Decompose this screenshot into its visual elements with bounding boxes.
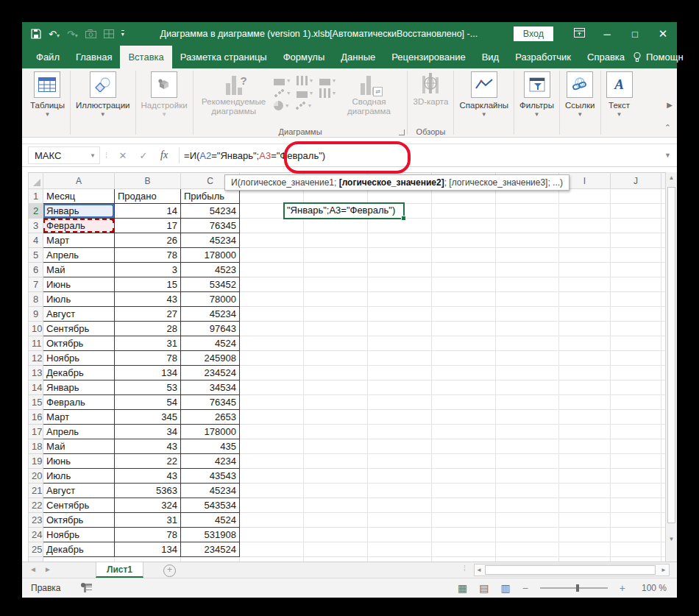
undo-icon[interactable]: ↶▾ <box>49 29 60 39</box>
zoom-slider[interactable] <box>540 587 608 589</box>
cell[interactable] <box>240 380 304 395</box>
cell[interactable] <box>368 513 432 528</box>
cell[interactable] <box>611 263 661 277</box>
row-header-8[interactable]: 8 <box>29 292 43 307</box>
cell[interactable]: Май <box>43 263 115 277</box>
cell[interactable]: 76345 <box>181 395 240 410</box>
cell[interactable]: Декабрь <box>43 366 115 380</box>
cell[interactable] <box>432 366 496 380</box>
cell[interactable] <box>368 528 432 542</box>
cell[interactable] <box>496 528 559 542</box>
cell[interactable] <box>368 233 432 248</box>
cell[interactable] <box>496 307 559 322</box>
row-header-21[interactable]: 21 <box>29 484 43 498</box>
cell[interactable] <box>432 292 496 307</box>
cell[interactable] <box>368 248 432 263</box>
cell[interactable] <box>496 366 559 380</box>
cell[interactable]: 22 <box>115 454 181 469</box>
cell[interactable] <box>611 484 661 498</box>
cell[interactable] <box>304 277 368 292</box>
cell[interactable] <box>559 336 611 351</box>
cell[interactable] <box>496 513 559 528</box>
cell[interactable] <box>368 336 432 351</box>
page-layout-view-icon[interactable]: ▤ <box>479 583 489 593</box>
cell[interactable]: 15 <box>115 277 181 292</box>
cell[interactable] <box>496 248 559 263</box>
cell[interactable]: 31 <box>115 336 181 351</box>
cell[interactable] <box>432 351 496 366</box>
zoom-out-icon[interactable]: − <box>522 582 528 594</box>
row-header-22[interactable]: 22 <box>29 498 43 513</box>
row-header-23[interactable]: 23 <box>29 513 43 528</box>
cell[interactable] <box>559 351 611 366</box>
cell[interactable] <box>368 425 432 439</box>
assistant-bulb-icon[interactable] <box>633 52 642 63</box>
cell[interactable] <box>368 292 432 307</box>
cell[interactable] <box>432 454 496 469</box>
cell[interactable] <box>432 277 496 292</box>
cell[interactable]: Продано <box>115 189 181 204</box>
cell[interactable] <box>368 542 432 557</box>
row-header-25[interactable]: 25 <box>29 542 43 557</box>
cell[interactable] <box>432 469 496 484</box>
cell[interactable]: 78 <box>115 248 181 263</box>
cell[interactable] <box>559 204 611 219</box>
cell[interactable]: 4524 <box>181 336 240 351</box>
cell[interactable] <box>240 410 304 425</box>
cell[interactable] <box>432 336 496 351</box>
ribbon-tab-Справка[interactable]: Справка <box>579 46 633 68</box>
cell[interactable] <box>240 189 304 204</box>
zoom-slider-thumb[interactable] <box>576 584 579 592</box>
close-button[interactable]: ✕ <box>649 27 677 40</box>
cell[interactable] <box>496 277 559 292</box>
cell[interactable] <box>559 366 611 380</box>
cell[interactable] <box>496 204 559 219</box>
cell[interactable]: 26 <box>115 233 181 248</box>
ribbon-tab-Разметка страницы[interactable]: Разметка страницы <box>172 46 275 68</box>
cell[interactable] <box>240 513 304 528</box>
cell[interactable] <box>240 498 304 513</box>
row-header-6[interactable]: 6 <box>29 263 43 277</box>
cell[interactable] <box>304 395 368 410</box>
select-all-corner[interactable] <box>29 173 43 189</box>
cell[interactable]: 345 <box>115 410 181 425</box>
cell[interactable] <box>240 528 304 542</box>
cell[interactable] <box>559 542 611 557</box>
cell[interactable] <box>611 248 661 263</box>
cell[interactable] <box>559 498 611 513</box>
cell[interactable]: 53452 <box>181 277 240 292</box>
cell[interactable] <box>304 263 368 277</box>
cell[interactable] <box>496 263 559 277</box>
cell[interactable] <box>240 454 304 469</box>
row-header-11[interactable]: 11 <box>29 336 43 351</box>
sheet-nav-arrows-icon[interactable]: ◄► <box>29 565 59 573</box>
cell[interactable] <box>432 425 496 439</box>
cell[interactable] <box>611 336 661 351</box>
cell[interactable]: Апрель <box>43 248 115 263</box>
cell[interactable] <box>432 233 496 248</box>
cell[interactable]: 27 <box>115 307 181 322</box>
cell[interactable] <box>496 439 559 454</box>
cell[interactable] <box>611 425 661 439</box>
links-button[interactable]: Ссылки ▼ <box>565 71 595 118</box>
cell[interactable] <box>304 219 368 233</box>
cell[interactable] <box>304 498 368 513</box>
assistant-label[interactable]: Помощн <box>646 52 684 63</box>
cell[interactable]: Август <box>43 484 115 498</box>
ribbon-tab-Рецензирование[interactable]: Рецензирование <box>383 46 473 68</box>
collapse-ribbon-icon[interactable]: ⌃ <box>664 123 671 132</box>
row-header-16[interactable]: 16 <box>29 410 43 425</box>
cell[interactable]: Прибыль <box>181 189 240 204</box>
cell[interactable] <box>496 542 559 557</box>
cell[interactable] <box>368 498 432 513</box>
cell[interactable]: 134 <box>115 542 181 557</box>
cell[interactable] <box>304 410 368 425</box>
cell[interactable] <box>611 395 661 410</box>
cell[interactable]: 43543 <box>181 469 240 484</box>
cell[interactable]: Месяц <box>43 189 115 204</box>
range-drag-handle[interactable] <box>112 230 115 233</box>
cell[interactable]: Август <box>43 307 115 322</box>
cell[interactable] <box>496 189 559 204</box>
cell[interactable] <box>611 380 661 395</box>
cell[interactable] <box>304 322 368 336</box>
